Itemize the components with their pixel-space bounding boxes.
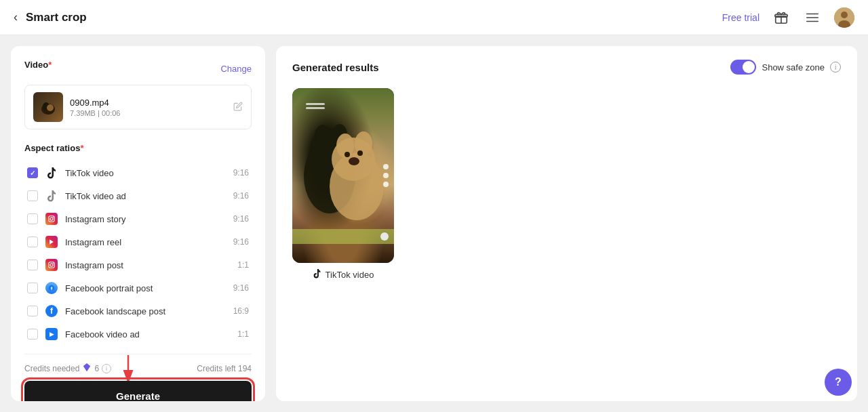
video-label: Video* — [24, 60, 52, 70]
credits-left: Credits left 194 — [197, 364, 252, 373]
svg-rect-12 — [49, 262, 54, 268]
topbar: ‹ Smart crop Free trial — [0, 0, 868, 35]
aspect-name-fb-landscape: Facebook landscape post — [65, 306, 226, 316]
safe-zone-toggle: Show safe zone i — [730, 60, 841, 75]
svg-point-7 — [47, 104, 54, 111]
info-icon-credits[interactable]: i — [102, 364, 111, 373]
aspect-ratio-fb-portrait: 9:16 — [233, 283, 249, 293]
svg-marker-16 — [83, 363, 91, 371]
left-panel: Video* Change 0909.mp4 — [11, 46, 265, 401]
facebook-portrait-icon — [45, 281, 58, 295]
svg-point-28 — [344, 152, 350, 157]
instagram-reel-icon — [45, 235, 58, 249]
svg-marker-11 — [50, 239, 54, 245]
aspect-item-instagram-reel[interactable]: Instagram reel 9:16 — [24, 230, 252, 253]
aspect-item-instagram-story[interactable]: Instagram story 9:16 — [24, 207, 252, 230]
page-title: Smart crop — [26, 11, 87, 24]
svg-point-27 — [349, 157, 359, 165]
tiktok-ad-icon — [45, 189, 58, 203]
checkbox-instagram-reel[interactable] — [27, 236, 38, 247]
aspect-name-fb-portrait: Facebook portrait post — [65, 283, 226, 293]
video-name: 0909.mp4 — [70, 98, 226, 108]
aspect-item-fb-portrait[interactable]: Facebook portrait post 9:16 — [24, 276, 252, 300]
preview-video — [292, 88, 394, 263]
svg-point-29 — [357, 150, 363, 156]
credits-row: Credits needed 6 i Credits left 194 — [24, 363, 252, 374]
preview-label: TikTok video — [313, 268, 374, 281]
instagram-post-icon — [45, 258, 58, 272]
tiktok-preview-icon — [313, 268, 321, 281]
svg-point-3 — [841, 12, 848, 18]
panel-footer: Credits needed 6 i Credits left 194 Gene… — [24, 354, 252, 401]
video-meta: 7.39MB | 00:06 — [70, 109, 226, 117]
checkbox-tiktok-video-ad[interactable] — [27, 190, 38, 201]
toggle-knob — [743, 61, 755, 73]
edit-icon[interactable] — [233, 102, 243, 113]
main-content: Video* Change 0909.mp4 — [0, 35, 868, 412]
aspect-item-fb-video-ad[interactable]: ▶ Facebook video ad 1:1 — [24, 323, 252, 346]
generate-button[interactable]: Generate — [24, 381, 252, 401]
facebook-icon: f — [45, 304, 58, 318]
checkbox-fb-video-ad[interactable] — [27, 329, 38, 339]
right-panel: Generated results Show safe zone i — [276, 46, 857, 401]
aspect-ratio-fb-video-ad: 1:1 — [237, 329, 249, 339]
credits-needed: Credits needed 6 i — [24, 363, 111, 374]
svg-point-26 — [355, 131, 372, 156]
safe-zone-label: Show safe zone — [762, 62, 825, 73]
aspect-item-tiktok-video-ad[interactable]: TikTok video ad 9:16 — [24, 184, 252, 207]
aspect-list: TikTok video 9:16 TikTok video ad 9:16 — [24, 161, 252, 346]
aspect-item-tiktok-video[interactable]: TikTok video 9:16 — [24, 161, 252, 184]
safe-zone-info-icon[interactable]: i — [830, 62, 841, 73]
gem-icon — [82, 363, 92, 374]
preview-card: TikTok video — [292, 88, 394, 281]
video-card: 0909.mp4 7.39MB | 00:06 — [24, 85, 252, 129]
aspect-ratio-instagram-post: 1:1 — [237, 260, 249, 270]
svg-point-10 — [53, 217, 54, 218]
results-title: Generated results — [292, 62, 379, 73]
checkbox-fb-landscape[interactable] — [27, 306, 38, 316]
checkbox-instagram-story[interactable] — [27, 213, 38, 224]
facebook-video-icon: ▶ — [45, 327, 58, 341]
video-section: Video* Change 0909.mp4 — [24, 60, 252, 129]
aspect-name-fb-video-ad: Facebook video ad — [65, 329, 231, 339]
aspect-name-tiktok-video: TikTok video — [65, 168, 226, 178]
safe-zone-switch[interactable] — [730, 60, 756, 75]
aspect-name-instagram-reel: Instagram reel — [65, 237, 226, 247]
svg-rect-8 — [49, 216, 54, 222]
aspect-name-tiktok-video-ad: TikTok video ad — [65, 191, 226, 201]
avatar[interactable] — [834, 7, 854, 28]
checkbox-instagram-post[interactable] — [27, 260, 38, 270]
topbar-right: Free trial — [722, 7, 854, 28]
svg-point-9 — [50, 218, 53, 220]
aspect-name-instagram-post: Instagram post — [65, 260, 231, 270]
aspect-ratio-instagram-reel: 9:16 — [233, 237, 249, 247]
aspect-ratio-fb-landscape: 16:9 — [233, 306, 249, 316]
svg-point-21 — [315, 125, 331, 146]
gift-icon[interactable] — [772, 8, 791, 27]
change-button[interactable]: Change — [220, 64, 252, 74]
checkbox-fb-portrait[interactable] — [27, 283, 38, 293]
preview-title: TikTok video — [326, 270, 374, 280]
video-info: 0909.mp4 7.39MB | 00:06 — [70, 98, 226, 117]
instagram-story-icon — [45, 212, 58, 226]
results-header: Generated results Show safe zone i — [292, 60, 841, 75]
svg-point-13 — [50, 264, 53, 266]
aspect-name-instagram-story: Instagram story — [65, 214, 226, 224]
tiktok-icon — [45, 166, 58, 180]
aspect-ratios-section: Aspect ratios* TikTok video 9:16 — [24, 143, 252, 346]
aspect-ratio-instagram-story: 9:16 — [233, 214, 249, 224]
back-button[interactable]: ‹ — [14, 10, 18, 24]
free-trial-link[interactable]: Free trial — [722, 12, 760, 23]
aspect-ratio-tiktok-video-ad: 9:16 — [233, 191, 249, 201]
aspect-item-fb-landscape[interactable]: f Facebook landscape post 16:9 — [24, 300, 252, 323]
svg-point-14 — [53, 263, 54, 264]
video-thumbnail — [33, 92, 63, 122]
menu-icon[interactable] — [803, 8, 822, 27]
checkbox-tiktok-video[interactable] — [27, 167, 38, 178]
aspect-item-instagram-post[interactable]: Instagram post 1:1 — [24, 253, 252, 276]
aspect-ratio-tiktok-video: 9:16 — [233, 168, 249, 178]
help-button[interactable]: ? — [825, 369, 852, 396]
aspect-ratios-label: Aspect ratios* — [24, 143, 252, 153]
